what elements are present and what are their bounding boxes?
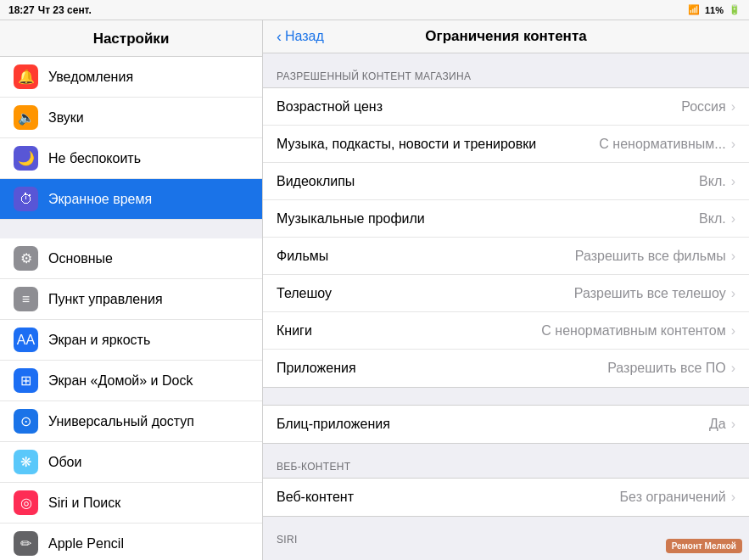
date: Чт 23 сент. bbox=[38, 4, 92, 16]
sidebar-item-label-siri: Siri и Поиск bbox=[48, 496, 120, 511]
accessibility-icon: ⊙ bbox=[14, 409, 38, 434]
sidebar-item-notifications[interactable]: 🔔Уведомления bbox=[0, 57, 262, 98]
sidebar-group-2: ⚙Основные≡Пункт управленияAAЭкран и ярко… bbox=[0, 238, 262, 560]
row-chevron-movies: › bbox=[731, 249, 735, 264]
row-value-webcontent: Без ограничений bbox=[620, 490, 726, 505]
applepencil-icon: ✏ bbox=[14, 531, 38, 556]
row-label-video: Видеоклипы bbox=[277, 174, 699, 189]
detail-header: ‹ Назад Ограничения контента bbox=[263, 20, 749, 53]
screentime-icon: ⏱ bbox=[14, 187, 38, 211]
row-label-apps: Приложения bbox=[277, 361, 607, 376]
section-blic: Блиц-приложенияДа› bbox=[263, 405, 749, 444]
status-bar-right: 📶 11% 🔋 bbox=[688, 4, 741, 15]
sidebar-item-label-sounds: Звуки bbox=[48, 110, 84, 126]
notifications-icon: 🔔 bbox=[14, 64, 38, 89]
sidebar-item-label-display: Экран и яркость bbox=[48, 333, 150, 348]
sidebar-item-label-wallpaper: Обои bbox=[48, 455, 81, 470]
detail-title: Ограничения контента bbox=[425, 28, 586, 45]
row-value-tvshows: Разрешить все телешоу bbox=[574, 286, 726, 301]
row-age[interactable]: Возрастной цензРоссия› bbox=[263, 88, 749, 126]
row-value-apps: Разрешить все ПО bbox=[607, 361, 725, 376]
main-layout: Настройки 🔔Уведомления🔈Звуки🌙Не беспокои… bbox=[0, 20, 749, 560]
row-label-webcontent: Веб-контент bbox=[277, 490, 620, 505]
detail-sections: РАЗРЕШЕННЫЙ КОНТЕНТ МАГАЗИНАВозрастной ц… bbox=[263, 53, 749, 551]
row-value-blic-apps: Да bbox=[709, 417, 726, 432]
sidebar-item-controlcenter[interactable]: ≡Пункт управления bbox=[0, 279, 262, 320]
row-music[interactable]: Музыка, подкасты, новости и тренировкиС … bbox=[263, 126, 749, 163]
general-icon: ⚙ bbox=[14, 246, 38, 271]
sidebar-item-siri[interactable]: ◎Siri и Поиск bbox=[0, 483, 262, 524]
row-value-video: Вкл. bbox=[699, 174, 726, 189]
sidebar-item-label-accessibility: Универсальный доступ bbox=[48, 414, 194, 429]
row-books[interactable]: КнигиС ненормативным контентом› bbox=[263, 312, 749, 350]
row-label-musicprofiles: Музыкальные профили bbox=[277, 211, 699, 227]
detail-header-wrapper: ‹ Назад Ограничения контента bbox=[277, 29, 735, 44]
sidebar-group-1: 🔔Уведомления🔈Звуки🌙Не беспокоить⏱Экранно… bbox=[0, 57, 262, 220]
sidebar: Настройки 🔔Уведомления🔈Звуки🌙Не беспокои… bbox=[0, 20, 263, 560]
sidebar-item-label-screentime: Экранное время bbox=[48, 192, 152, 207]
sidebar-item-screentime[interactable]: ⏱Экранное время bbox=[0, 179, 262, 220]
row-movies[interactable]: ФильмыРазрешить все фильмы› bbox=[263, 238, 749, 275]
back-label: Назад bbox=[285, 29, 324, 44]
row-video[interactable]: ВидеоклипыВкл.› bbox=[263, 163, 749, 200]
section-header-store: РАЗРЕШЕННЫЙ КОНТЕНТ МАГАЗИНА bbox=[263, 70, 749, 87]
sidebar-item-sounds[interactable]: 🔈Звуки bbox=[0, 98, 262, 138]
sidebar-item-label-donotdisturb: Не беспокоить bbox=[48, 151, 141, 166]
row-label-blic-apps: Блиц-приложения bbox=[277, 417, 709, 432]
row-chevron-webcontent: › bbox=[731, 490, 735, 505]
sidebar-item-label-notifications: Уведомления bbox=[48, 70, 133, 85]
sidebar-item-applepencil[interactable]: ✏Apple Pencil bbox=[0, 524, 262, 560]
homescreen-icon: ⊞ bbox=[14, 368, 38, 393]
section-body-blic: Блиц-приложенияДа› bbox=[263, 405, 749, 444]
section-web: ВЕБ-КОНТЕНТВеб-контентБез ограничений› bbox=[263, 461, 749, 517]
row-value-age: Россия bbox=[681, 99, 725, 115]
row-label-tvshows: Телешоу bbox=[277, 286, 574, 301]
sidebar-item-label-applepencil: Apple Pencil bbox=[48, 536, 124, 552]
section-store: РАЗРЕШЕННЫЙ КОНТЕНТ МАГАЗИНАВозрастной ц… bbox=[263, 70, 749, 388]
back-chevron-icon: ‹ bbox=[277, 29, 282, 44]
sounds-icon: 🔈 bbox=[14, 105, 38, 130]
watermark: Ремонт Мелкой bbox=[666, 539, 742, 553]
sidebar-divider bbox=[0, 220, 262, 238]
row-webcontent[interactable]: Веб-контентБез ограничений› bbox=[263, 479, 749, 516]
section-body-store: Возрастной цензРоссия›Музыка, подкасты, … bbox=[263, 87, 749, 388]
donotdisturb-icon: 🌙 bbox=[14, 146, 38, 171]
row-label-age: Возрастной ценз bbox=[277, 99, 681, 115]
detail-panel: ‹ Назад Ограничения контента РАЗРЕШЕННЫЙ… bbox=[263, 20, 749, 560]
row-chevron-video: › bbox=[731, 174, 735, 189]
sidebar-item-donotdisturb[interactable]: 🌙Не беспокоить bbox=[0, 138, 262, 179]
row-musicprofiles[interactable]: Музыкальные профилиВкл.› bbox=[263, 200, 749, 238]
row-value-movies: Разрешить все фильмы bbox=[575, 249, 726, 264]
row-blic-apps[interactable]: Блиц-приложенияДа› bbox=[263, 406, 749, 443]
sidebar-item-label-homescreen: Экран «Домой» и Dock bbox=[48, 373, 193, 389]
battery-text: 11% bbox=[705, 5, 724, 15]
row-chevron-age: › bbox=[731, 99, 735, 115]
sidebar-item-display[interactable]: AAЭкран и яркость bbox=[0, 320, 262, 361]
wifi-icon: 📶 bbox=[688, 4, 700, 15]
row-chevron-musicprofiles: › bbox=[731, 211, 735, 227]
row-label-music: Музыка, подкасты, новости и тренировки bbox=[277, 137, 599, 152]
sidebar-item-homescreen[interactable]: ⊞Экран «Домой» и Dock bbox=[0, 361, 262, 401]
row-label-books: Книги bbox=[277, 323, 541, 339]
row-chevron-tvshows: › bbox=[731, 286, 735, 301]
row-tvshows[interactable]: ТелешоуРазрешить все телешоу› bbox=[263, 275, 749, 312]
siri-icon: ◎ bbox=[14, 490, 38, 515]
row-apps[interactable]: ПриложенияРазрешить все ПО› bbox=[263, 350, 749, 387]
battery-icon: 🔋 bbox=[729, 4, 741, 15]
row-label-movies: Фильмы bbox=[277, 249, 575, 264]
wallpaper-icon: ❋ bbox=[14, 450, 38, 474]
sidebar-item-label-controlcenter: Пункт управления bbox=[48, 292, 163, 307]
controlcenter-icon: ≡ bbox=[14, 287, 38, 311]
display-icon: AA bbox=[14, 328, 38, 352]
row-chevron-music: › bbox=[731, 137, 735, 152]
status-bar-left: 18:27 Чт 23 сент. bbox=[8, 4, 92, 16]
sidebar-title: Настройки bbox=[0, 20, 262, 57]
sidebar-item-wallpaper[interactable]: ❋Обои bbox=[0, 442, 262, 483]
row-chevron-books: › bbox=[731, 323, 735, 339]
sidebar-item-accessibility[interactable]: ⊙Универсальный доступ bbox=[0, 401, 262, 442]
section-header-web: ВЕБ-КОНТЕНТ bbox=[263, 461, 749, 478]
sidebar-item-general[interactable]: ⚙Основные bbox=[0, 238, 262, 279]
section-body-web: Веб-контентБез ограничений› bbox=[263, 478, 749, 517]
back-button[interactable]: ‹ Назад bbox=[277, 29, 324, 44]
row-chevron-blic-apps: › bbox=[731, 417, 735, 432]
